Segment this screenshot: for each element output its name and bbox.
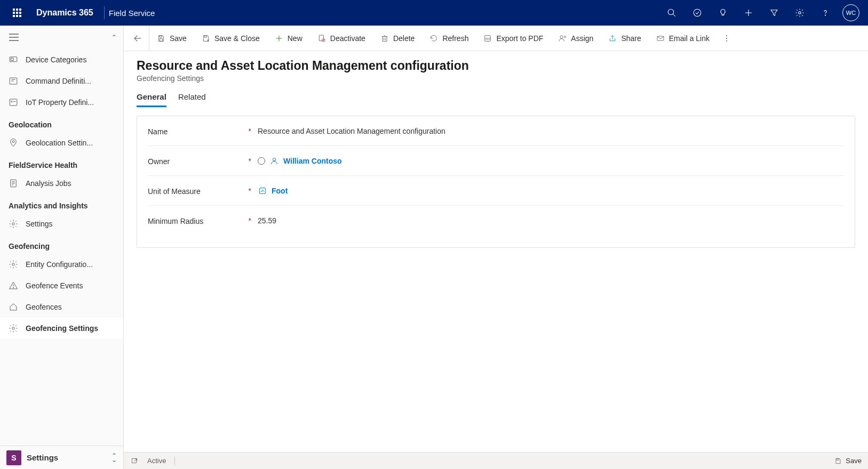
svg-rect-45 — [319, 35, 323, 41]
gear-icon — [9, 219, 18, 229]
popout-button[interactable] — [130, 457, 139, 465]
delete-button[interactable]: Delete — [373, 26, 422, 51]
svg-rect-2 — [19, 9, 21, 11]
sidebar-item-geofence-events[interactable]: Geofence Events — [0, 275, 123, 296]
sidebar-item-entity-configurations[interactable]: Entity Configuratio... — [0, 254, 123, 275]
svg-rect-65 — [132, 458, 136, 463]
share-icon — [608, 34, 617, 43]
app-launcher-button[interactable] — [4, 0, 30, 26]
gear-icon — [9, 260, 18, 269]
app-name-label[interactable]: Field Service — [109, 9, 155, 18]
svg-line-10 — [673, 14, 675, 17]
field-value: 25.59 — [258, 216, 276, 225]
unit-icon — [258, 186, 267, 196]
assign-button[interactable]: Assign — [551, 26, 601, 51]
sidebar-item-iot-property[interactable]: IoT Property Defini... — [0, 92, 123, 113]
svg-rect-6 — [13, 15, 15, 17]
svg-rect-0 — [13, 9, 15, 11]
sidebar-item-geofences[interactable]: Geofences — [0, 296, 123, 318]
sidebar-item-label: Analysis Jobs — [26, 179, 71, 188]
command-bar: Save Save & Close New Deactivate Delete … — [124, 26, 868, 51]
save-icon — [834, 457, 842, 465]
sidebar-item-label: Settings — [26, 220, 53, 228]
sidebar-item-label: Geofencing Settings — [26, 324, 98, 333]
owner-lookup[interactable]: William Contoso — [252, 156, 844, 166]
sidebar-scroll[interactable]: Device Categories Command Definiti... Io… — [0, 49, 123, 446]
refresh-button[interactable]: Refresh — [422, 26, 476, 51]
status-bar: Active Save — [124, 452, 868, 469]
tab-related[interactable]: Related — [178, 92, 206, 107]
unit-link[interactable]: Foot — [272, 187, 288, 195]
unit-lookup[interactable]: Foot — [252, 186, 844, 196]
svg-rect-39 — [160, 38, 162, 41]
svg-text:PDF: PDF — [485, 37, 490, 40]
assign-icon — [558, 34, 567, 43]
tab-general[interactable]: General — [137, 92, 166, 107]
save-close-icon — [202, 34, 210, 43]
save-button[interactable]: Save — [149, 26, 194, 51]
svg-rect-20 — [11, 58, 14, 61]
min-radius-input[interactable]: 25.59 — [252, 216, 844, 225]
field-row-owner: Owner * William Contoso — [148, 146, 844, 176]
svg-rect-59 — [657, 36, 664, 41]
hamburger-icon — [9, 34, 19, 41]
task-button[interactable] — [684, 0, 710, 26]
sidebar-item-device-categories[interactable]: Device Categories — [0, 49, 123, 70]
sidebar-item-command-definitions[interactable]: Command Definiti... — [0, 70, 123, 92]
user-avatar[interactable]: WC — [842, 4, 859, 21]
nav-group-geolocation: Geolocation — [0, 113, 123, 132]
idea-button[interactable] — [710, 0, 736, 26]
area-switcher-button[interactable]: S Settings ⌃⌄ — [0, 446, 123, 469]
sidebar-item-label: Device Categories — [26, 55, 86, 64]
pin-icon — [9, 138, 18, 148]
sidebar-item-analysis-jobs[interactable]: Analysis Jobs — [0, 173, 123, 194]
svg-point-11 — [694, 9, 701, 17]
funnel-icon — [769, 8, 779, 18]
deactivate-button[interactable]: Deactivate — [310, 26, 373, 51]
nav-group-analytics: Analytics and Insights — [0, 194, 123, 213]
save-close-button[interactable]: Save & Close — [194, 26, 267, 51]
filter-button[interactable] — [761, 0, 787, 26]
back-button[interactable] — [126, 26, 149, 51]
sidebar-item-geolocation-settings[interactable]: Geolocation Settin... — [0, 132, 123, 153]
sidebar-item-label: IoT Property Defini... — [26, 98, 94, 107]
svg-point-35 — [13, 287, 13, 288]
plus-icon — [744, 8, 753, 18]
share-button[interactable]: Share — [601, 26, 648, 51]
search-button[interactable] — [659, 0, 684, 26]
owner-status-icon — [258, 157, 265, 165]
waffle-icon — [13, 9, 21, 17]
sidebar-toggle-button[interactable] — [6, 30, 21, 45]
deactivate-icon — [317, 34, 326, 43]
name-input[interactable]: Resource and Asset Location Management c… — [252, 127, 844, 135]
owner-link[interactable]: William Contoso — [283, 157, 342, 165]
sidebar: ⌃ Device Categories Command Definiti... … — [0, 26, 124, 469]
email-link-button[interactable]: Email a Link — [649, 26, 717, 51]
add-button[interactable] — [736, 0, 761, 26]
svg-rect-5 — [19, 12, 21, 14]
refresh-icon — [429, 34, 438, 43]
popout-icon — [131, 457, 138, 465]
svg-rect-8 — [19, 15, 21, 17]
sidebar-item-geofencing-settings[interactable]: Geofencing Settings — [0, 318, 123, 339]
statusbar-save-button[interactable]: Save — [834, 457, 862, 465]
export-pdf-button[interactable]: PDFExport to PDF — [476, 26, 551, 51]
svg-rect-3 — [13, 12, 15, 14]
question-icon — [821, 8, 830, 18]
email-icon — [656, 34, 665, 43]
required-indicator: * — [244, 127, 252, 135]
field-row-min-radius: Minimum Radius * 25.59 — [148, 206, 844, 236]
lightbulb-icon — [718, 8, 728, 18]
sidebar-item-label: Geolocation Settin... — [26, 139, 93, 147]
field-row-name: Name * Resource and Asset Location Manag… — [148, 116, 844, 146]
command-definitions-icon — [9, 76, 18, 86]
collapse-group-button[interactable]: ⌃ — [112, 34, 117, 41]
svg-point-14 — [799, 12, 801, 14]
sidebar-item-analytics-settings[interactable]: Settings — [0, 213, 123, 234]
settings-button[interactable] — [787, 0, 813, 26]
save-icon — [157, 34, 165, 43]
help-button[interactable] — [813, 0, 838, 26]
new-button[interactable]: New — [267, 26, 310, 51]
command-overflow-button[interactable] — [717, 26, 736, 51]
nav-group-geofencing: Geofencing — [0, 234, 123, 254]
